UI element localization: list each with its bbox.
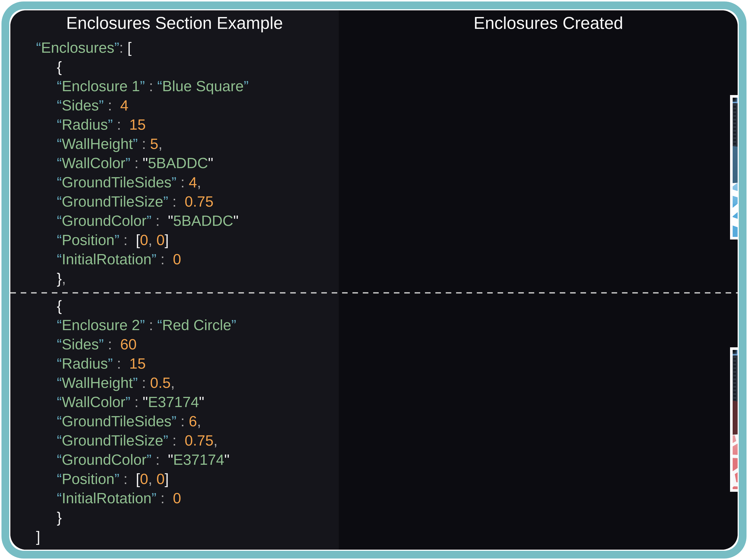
code-line: “WallColor” : "E37174" [57,392,249,412]
code-line: } [57,508,249,527]
code-line: { [57,296,249,316]
code-line: { [57,57,249,77]
code-line: “Position” : [0, 0] [57,469,249,489]
teal-frame: Enclosures Section Example “Enclosures”:… [1,1,747,559]
code-line: “Sides” : 60 [57,335,249,354]
code-line: “WallHeight” : 5, [57,134,249,153]
code-line: “Sides” : 4 [57,96,249,115]
code-line: “Position” : [0, 0] [57,230,249,250]
code-line: “GroundTileSides” : 6, [57,412,249,431]
code-line: “Radius” : 15 [57,354,249,373]
dashed-divider [10,292,738,293]
scene-1-backdrop [733,98,738,237]
code-line: “Radius” : 15 [57,115,249,134]
panel-enclosures-created: Enclosures Created [339,10,738,550]
scene-2-backdrop [733,350,738,489]
code-line: “InitialRotation” : 0 [57,489,249,508]
code-line: ] [36,527,249,546]
scene-2-image [730,347,738,492]
figure-canvas: Enclosures Section Example “Enclosures”:… [0,0,748,560]
scene-1-image [730,95,738,240]
left-panel-title: Enclosures Section Example [10,13,339,33]
figure-inner: Enclosures Section Example “Enclosures”:… [10,10,738,550]
code-line: }, [57,269,249,288]
code-line: “Enclosures”: [ [36,38,249,57]
scene-1-left-wall [733,146,738,183]
code-line: “GroundTileSize” : 0.75 [57,192,249,211]
code-line: “WallHeight” : 0.5, [57,373,249,392]
code-line: “GroundTileSides” : 4, [57,173,249,192]
panel-code-example: Enclosures Section Example “Enclosures”:… [10,10,339,550]
code-line: “WallColor” : "5BADDC" [57,153,249,173]
code-line: “GroundColor” : "E37174" [57,450,249,469]
code-line: “GroundColor” : "5BADDC" [57,211,249,230]
right-panel-title: Enclosures Created [349,13,738,33]
code-line: “Enclosure 2” : “Red Circle” [57,316,249,335]
code-line: “Enclosure 1” : “Blue Square” [57,77,249,96]
scene-2-haze [733,431,738,465]
code-line: “InitialRotation” : 0 [57,250,249,269]
code-line: “GroundTileSize” : 0.75, [57,431,249,450]
